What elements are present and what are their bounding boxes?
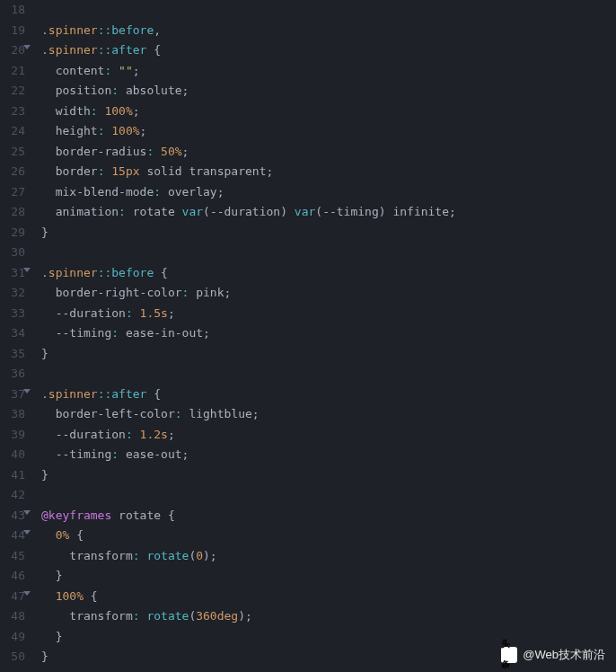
code-line[interactable]: animation: rotate var(--duration) var(--…	[41, 202, 616, 223]
toutiao-icon: 头条	[501, 647, 517, 663]
token-selector: .spinner	[41, 266, 98, 279]
token-colon: :	[91, 104, 98, 118]
code-line[interactable]: mix-blend-mode: overlay;	[41, 182, 616, 203]
token-prop: width	[56, 104, 91, 118]
code-line[interactable]: transform: rotate(360deg);	[41, 606, 616, 627]
token-value: infinite	[392, 205, 449, 218]
code-line[interactable]: 0% {	[41, 526, 616, 546]
line-number: 33	[0, 304, 25, 324]
code-line[interactable]: --duration: 1.2s;	[41, 425, 616, 446]
code-line[interactable]: @keyframes rotate {	[41, 506, 616, 526]
code-line[interactable]: --timing: ease-out;	[41, 445, 616, 465]
token-prop: position	[56, 84, 112, 97]
code-line[interactable]: .spinner::after {	[41, 40, 616, 61]
code-line[interactable]: }	[41, 223, 616, 243]
code-line[interactable]: position: absolute;	[41, 81, 616, 102]
token-punct	[154, 145, 161, 158]
code-line[interactable]: }	[41, 344, 616, 365]
code-line[interactable]: .spinner::before,	[41, 21, 616, 41]
token-punct	[119, 84, 126, 97]
token-value: ease-out	[126, 447, 182, 461]
line-number: 47	[0, 587, 25, 607]
token-punct	[111, 64, 119, 77]
code-area[interactable]: .spinner::before,.spinner::after { conte…	[32, 0, 616, 672]
token-punct: );	[238, 609, 252, 623]
token-number: 15px	[111, 164, 139, 178]
code-line[interactable]: .spinner::before {	[41, 263, 616, 284]
token-colon: :	[111, 84, 119, 97]
fold-marker-icon[interactable]	[23, 510, 31, 515]
token-punct: ,	[154, 23, 161, 37]
fold-marker-icon[interactable]	[23, 45, 31, 49]
line-number: 39	[0, 425, 25, 446]
token-punct: ;	[217, 185, 224, 199]
code-line[interactable]: height: 100%;	[41, 121, 616, 142]
fold-marker-icon[interactable]	[23, 530, 31, 535]
token-punct: (	[315, 205, 322, 218]
line-number: 23	[0, 102, 25, 122]
code-line[interactable]	[41, 485, 616, 506]
code-line[interactable]: }	[41, 465, 616, 486]
token-punct: ;	[182, 145, 189, 158]
code-line[interactable]	[41, 364, 616, 385]
token-punct: ;	[168, 428, 175, 441]
token-func: var	[295, 205, 315, 218]
code-line[interactable]: width: 100%;	[41, 102, 616, 122]
token-prop: --timing	[56, 447, 112, 461]
token-punct	[175, 205, 182, 218]
fold-marker-icon[interactable]	[23, 268, 31, 272]
token-punct: {	[154, 266, 168, 279]
code-line[interactable]	[41, 0, 616, 21]
token-punct: ;	[133, 104, 140, 118]
code-line[interactable]: transform: rotate(0);	[41, 546, 616, 567]
code-line[interactable]: border-radius: 50%;	[41, 142, 616, 163]
token-prop: transform	[69, 549, 132, 562]
token-value: lightblue	[189, 407, 251, 420]
code-line[interactable]: 100% {	[41, 587, 616, 607]
line-number: 49	[0, 627, 25, 648]
token-prop: --duration	[56, 428, 126, 441]
token-punct: ;	[133, 64, 140, 77]
code-line[interactable]	[41, 243, 616, 263]
code-line[interactable]: border-right-color: pink;	[41, 283, 616, 304]
token-pseudo: ::after	[98, 43, 147, 57]
token-punct: ;	[203, 326, 210, 340]
line-number: 20	[0, 40, 25, 61]
code-line[interactable]: border: 15px solid transparent;	[41, 162, 616, 182]
line-number: 25	[0, 142, 25, 163]
code-line[interactable]: .spinner::after {	[41, 385, 616, 405]
fold-marker-icon[interactable]	[23, 591, 31, 596]
token-punct	[133, 306, 140, 320]
code-line[interactable]	[41, 668, 616, 673]
token-colon: :	[154, 185, 161, 199]
line-number: 45	[0, 546, 25, 567]
token-colon: :	[126, 306, 133, 320]
token-number: 50%	[161, 145, 181, 158]
line-number: 31	[0, 263, 25, 284]
token-punct: )	[379, 205, 393, 218]
token-prop: mix-blend-mode	[56, 185, 154, 199]
token-pseudo: ::before	[98, 23, 154, 37]
line-number: 34	[0, 323, 25, 344]
line-number: 36	[0, 364, 25, 385]
token-prop: transform	[69, 609, 132, 623]
token-prop: border	[56, 164, 98, 178]
token-var: --duration	[210, 205, 280, 218]
line-number: 24	[0, 121, 25, 142]
token-prop: --duration	[56, 306, 126, 320]
code-line[interactable]: --duration: 1.5s;	[41, 304, 616, 324]
token-colon: :	[111, 447, 119, 461]
code-editor[interactable]: 1819202122232425262728293031323334353637…	[0, 0, 616, 672]
token-value: ease-in-out	[126, 326, 203, 340]
line-number-gutter: 1819202122232425262728293031323334353637…	[0, 0, 32, 672]
code-line[interactable]: --timing: ease-in-out;	[41, 323, 616, 344]
token-selector: .spinner	[41, 387, 98, 401]
code-line[interactable]: }	[41, 566, 616, 587]
token-punct: }	[41, 468, 48, 482]
fold-marker-icon[interactable]	[23, 389, 31, 393]
code-line[interactable]: border-left-color: lightblue;	[41, 404, 616, 425]
token-punct: );	[203, 549, 217, 562]
token-punct	[119, 326, 126, 340]
code-line[interactable]: content: "";	[41, 61, 616, 82]
line-number: 19	[0, 21, 25, 41]
